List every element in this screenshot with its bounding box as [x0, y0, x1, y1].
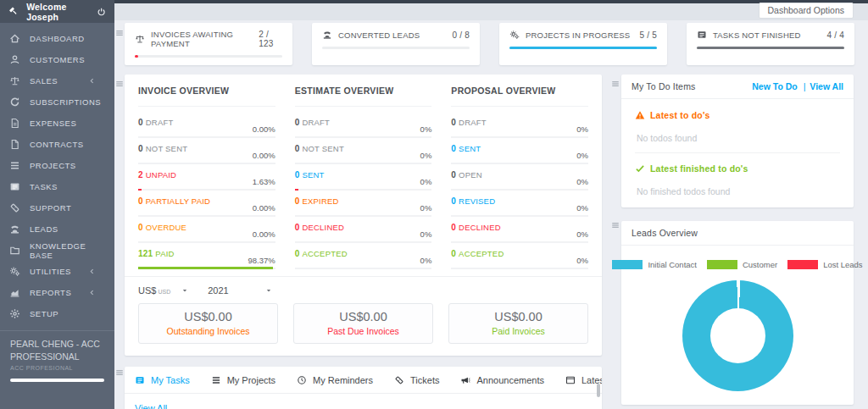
status-row-estimate-draft[interactable]: 0DRAFT 0%	[295, 112, 432, 138]
tab-announcements[interactable]: Announcements	[460, 375, 544, 393]
status-count: 0	[451, 196, 456, 206]
total-past-due-invoices[interactable]: US$0.00 Past Due Invoices	[293, 303, 433, 344]
status-row-estimate-accepted[interactable]: 0ACCEPTED 0%	[295, 243, 432, 269]
status-row-estimate-not-sent[interactable]: 0NOT SENT 0%	[295, 138, 432, 164]
status-row-proposal-draft[interactable]: 0DRAFT 0%	[451, 112, 588, 138]
status-track	[138, 268, 275, 269]
status-count: 0	[295, 118, 300, 127]
status-pct: 0%	[576, 177, 588, 186]
status-row-estimate-declined[interactable]: 0DECLINED 0%	[295, 217, 432, 243]
receipt-icon	[9, 118, 20, 129]
stat-card-projects-in-progress[interactable]: PROJECTS IN PROGRESS 5 / 5	[499, 23, 667, 65]
tab-my-reminders[interactable]: My Reminders	[297, 375, 373, 393]
status-row-invoice-partially-paid[interactable]: 0PARTIALLY PAID 0.00%	[138, 191, 275, 217]
leads-donut-chart[interactable]	[682, 280, 793, 391]
drag-handle-icon[interactable]	[610, 220, 620, 230]
status-pct: 0%	[420, 229, 432, 239]
new-todo-link[interactable]: New To Do	[752, 81, 797, 91]
progress-track	[697, 47, 844, 49]
status-label: REVISED	[459, 196, 495, 206]
total-paid-invoices[interactable]: US$0.00 Paid Invoices	[448, 303, 588, 344]
status-row-estimate-expired[interactable]: 0EXPIRED 0%	[295, 191, 432, 217]
sidebar-item-subscriptions[interactable]: SUBSCRIPTIONS	[0, 91, 114, 113]
legend-item-initial-contact[interactable]: Initial Contact	[612, 260, 697, 269]
view-all-link[interactable]: View All	[135, 403, 167, 409]
status-row-proposal-accepted[interactable]: 0ACCEPTED 0%	[451, 243, 588, 269]
status-row-invoice-draft[interactable]: 0DRAFT 0.00%	[138, 112, 275, 138]
legend-label: Initial Contact	[648, 260, 697, 269]
total-outstanding-invoices[interactable]: US$0.00 Outstanding Invoices	[138, 303, 278, 344]
sidebar-item-dashboard[interactable]: DASHBOARD	[0, 28, 114, 49]
status-label: ACCEPTED	[302, 249, 347, 258]
sidebar-item-projects[interactable]: PROJECTS	[0, 155, 114, 176]
activity-tabs-card: My Tasks My Projects My Reminders Ticket…	[125, 367, 602, 409]
sidebar-item-contracts[interactable]: CONTRACTS	[0, 134, 114, 155]
status-row-proposal-declined[interactable]: 0DECLINED 0%	[451, 217, 588, 243]
progress-track	[322, 47, 470, 49]
stat-value: 5 / 5	[640, 30, 657, 40]
legend-item-customer[interactable]: Customer	[707, 260, 777, 269]
sidebar-item-knowledge-base[interactable]: KNOWLEDGE BASE	[0, 240, 114, 261]
sidebar-item-leads[interactable]: LEADS	[0, 218, 114, 240]
drag-handle-icon[interactable]	[114, 79, 125, 89]
currency-select[interactable]: US$ USD	[138, 285, 189, 296]
clock-icon	[297, 375, 307, 385]
refresh-icon	[9, 97, 20, 108]
chevron-left-icon	[88, 289, 96, 296]
progress-track	[509, 47, 657, 49]
status-label: ACCEPTED	[459, 249, 504, 258]
sidebar-item-reports[interactable]: REPORTS	[0, 282, 114, 303]
sidebar-item-customers[interactable]: CUSTOMERS	[0, 49, 114, 70]
status-count: 0	[138, 118, 143, 127]
chevron-left-icon	[88, 268, 96, 275]
dashboard-page: Welcome Joseph DASHBOARD CUSTOMERS SALES…	[0, 0, 868, 409]
status-pct: 0.00%	[253, 151, 275, 160]
drag-handle-icon[interactable]	[114, 28, 125, 38]
status-pct: 0%	[576, 229, 588, 239]
status-row-estimate-sent[interactable]: 0SENT 0%	[295, 164, 432, 191]
phone-icon	[9, 224, 20, 235]
drag-handle-icon[interactable]	[610, 79, 620, 89]
status-pct: 0%	[420, 124, 432, 134]
progress-fill	[697, 47, 844, 49]
status-pct: 0%	[420, 203, 432, 213]
year-select[interactable]: 2021	[208, 285, 272, 296]
legend-swatch	[787, 260, 818, 269]
sidebar-item-sales[interactable]: SALES	[0, 70, 114, 91]
status-row-proposal-open[interactable]: 0OPEN 0%	[451, 164, 588, 191]
year-value: 2021	[208, 285, 228, 296]
stat-card-converted-leads[interactable]: CONVERTED LEADS 0 / 8	[312, 23, 480, 65]
tab-my-tasks[interactable]: My Tasks	[135, 375, 190, 393]
sidebar-item-expenses[interactable]: EXPENSES	[0, 113, 114, 134]
gears-icon	[9, 266, 20, 277]
sidebar-item-utilities[interactable]: UTILITIES	[0, 261, 114, 282]
sidebar-item-tasks[interactable]: TASKS	[0, 176, 114, 197]
sidebar-item-setup[interactable]: SETUP	[0, 303, 114, 324]
area-chart-icon	[9, 287, 20, 298]
stat-card-tasks-not-finished[interactable]: TASKS NOT FINISHED 4 / 4	[687, 23, 854, 65]
stat-card-invoices-awaiting-payment[interactable]: INVOICES AWAITING PAYMENT 2 / 123	[125, 23, 292, 65]
drag-handle-icon[interactable]	[114, 368, 125, 378]
status-row-invoice-paid[interactable]: 121PAID 98.37%	[138, 243, 275, 269]
megaphone-icon	[460, 375, 470, 385]
sidebar-item-support[interactable]: SUPPORT	[0, 197, 114, 218]
status-pct: 0%	[420, 177, 432, 186]
todo-view-all-link[interactable]: View All	[810, 81, 843, 91]
scales-icon	[135, 34, 145, 44]
status-row-invoice-overdue[interactable]: 0OVERDUE 0.00%	[138, 217, 275, 243]
tab-tickets[interactable]: Tickets	[394, 375, 439, 393]
power-icon[interactable]	[97, 7, 106, 17]
list-icon	[9, 181, 20, 192]
sidebar-item-label: PROJECTS	[30, 161, 76, 170]
status-label: DRAFT	[146, 118, 174, 127]
dashboard-options-button[interactable]: Dashboard Options	[759, 3, 854, 19]
status-row-invoice-not-sent[interactable]: 0NOT SENT 0.00%	[138, 138, 275, 164]
tab-my-projects[interactable]: My Projects	[211, 375, 275, 393]
status-row-proposal-revised[interactable]: 0REVISED 0%	[451, 191, 588, 217]
status-row-invoice-unpaid[interactable]: 2UNPAID 1.63%	[138, 164, 275, 191]
status-count: 0	[138, 223, 143, 232]
status-label: DECLINED	[302, 223, 344, 232]
status-row-proposal-sent[interactable]: 0SENT 0%	[451, 138, 588, 164]
scrollbar-thumb[interactable]	[597, 384, 600, 397]
legend-item-lost-leads[interactable]: Lost Leads	[787, 260, 862, 269]
